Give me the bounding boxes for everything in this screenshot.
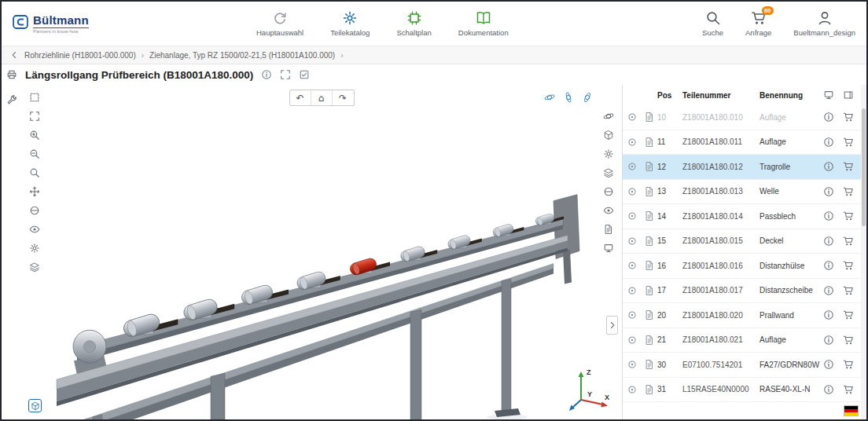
table-row[interactable]: 13 Z18001A180.013 Welle [623, 180, 866, 205]
locate-part-icon[interactable] [623, 285, 642, 296]
part-info-icon[interactable] [819, 137, 838, 148]
table-row[interactable]: 31 L15RASE40N0000 RASE40-XL-N [623, 378, 866, 403]
part-info-icon[interactable] [819, 112, 838, 123]
nav-hauptauswahl[interactable]: Hauptauswahl [256, 10, 303, 37]
tool-section-icon[interactable] [27, 203, 42, 218]
nav-schaltplan[interactable]: Schaltplan [396, 10, 431, 37]
expand-panel-chevron[interactable] [606, 316, 618, 335]
tool-layers-icon[interactable] [27, 259, 42, 275]
table-row[interactable]: 20 Z18001A180.020 Prallwand [623, 303, 866, 328]
view-cube-icon[interactable] [601, 127, 616, 143]
add-to-request-icon[interactable] [838, 335, 859, 346]
add-to-request-icon[interactable] [838, 359, 859, 370]
table-row[interactable]: 21 Z18001A180.021 Auflage [623, 328, 866, 353]
back-button[interactable] [9, 50, 19, 60]
view-orbit-icon[interactable] [601, 108, 616, 124]
part-document-icon[interactable] [642, 260, 657, 271]
table-row[interactable]: 11 Z18001A180.011 Auflage [623, 130, 866, 156]
locate-part-icon[interactable] [623, 309, 642, 320]
tool-visibility-icon[interactable] [27, 221, 42, 237]
rotate-up-icon[interactable] [561, 90, 576, 105]
assembly-info-button[interactable] [261, 69, 272, 80]
table-display-icon[interactable] [819, 90, 838, 101]
part-info-icon[interactable] [819, 309, 838, 320]
fit-view-button[interactable] [280, 69, 291, 80]
add-to-request-icon[interactable] [838, 285, 859, 296]
part-document-icon[interactable] [642, 112, 657, 123]
table-row[interactable]: 12 Z18001A180.012 Tragrolle [623, 155, 866, 180]
view-section-icon[interactable] [601, 184, 616, 200]
part-info-icon[interactable] [819, 186, 838, 197]
part-document-icon[interactable] [642, 236, 657, 247]
add-to-request-icon[interactable] [838, 112, 859, 123]
locate-part-icon[interactable] [623, 210, 642, 221]
add-to-request-icon[interactable] [838, 309, 859, 320]
viewer-3d[interactable]: ↶ ⌂ ↷ [22, 85, 623, 420]
locate-part-icon[interactable] [623, 359, 642, 370]
part-document-icon[interactable] [642, 285, 657, 296]
part-document-icon[interactable] [642, 384, 657, 395]
nav-dokumentation[interactable]: Dokumentation [458, 10, 509, 37]
part-info-icon[interactable] [819, 210, 838, 221]
locate-part-icon[interactable] [623, 260, 642, 271]
language-flag-germany[interactable] [844, 405, 859, 416]
view-visibility-icon[interactable] [601, 203, 616, 218]
part-info-icon[interactable] [819, 359, 838, 370]
part-info-icon[interactable] [819, 335, 838, 346]
table-row[interactable]: 17 Z18001A180.017 Distanzscheibe [623, 279, 866, 304]
part-info-icon[interactable] [819, 285, 838, 296]
locate-part-icon[interactable] [623, 384, 642, 395]
add-to-request-icon[interactable] [838, 236, 859, 247]
user-menu[interactable]: Bueltmann_design [793, 10, 855, 37]
tool-zoom-in-icon[interactable] [27, 127, 42, 143]
tool-settings-icon[interactable] [27, 240, 42, 256]
rotate-left-icon[interactable] [542, 90, 557, 105]
breadcrumb-item[interactable]: Ziehanlage, Typ RZ 1500/02-21,5 (H18001A… [149, 51, 335, 60]
print-button[interactable] [6, 69, 17, 80]
cad-model[interactable] [22, 85, 622, 420]
part-document-icon[interactable] [642, 309, 657, 320]
part-info-icon[interactable] [819, 260, 838, 271]
rotate-free-icon[interactable] [579, 90, 595, 105]
search-button[interactable]: Suche [702, 10, 723, 37]
locate-part-icon[interactable] [623, 236, 642, 247]
add-to-request-icon[interactable] [838, 137, 859, 148]
tool-zoom-search-icon[interactable] [27, 165, 42, 181]
add-to-request-icon[interactable] [838, 161, 859, 172]
table-row[interactable]: 10 Z18001A180.010 Auflage [623, 105, 866, 130]
brand-logo[interactable]: Bültmann Partners in know-how [13, 14, 131, 34]
locate-part-icon[interactable] [623, 335, 642, 346]
view-layers-icon[interactable] [601, 165, 616, 181]
tool-pan-icon[interactable] [27, 184, 42, 200]
home-view-button[interactable]: ⌂ [311, 90, 333, 105]
part-document-icon[interactable] [642, 161, 657, 172]
part-info-icon[interactable] [819, 384, 838, 395]
table-row[interactable]: 14 Z18001A180.014 Passblech [623, 204, 866, 229]
view-document-icon[interactable] [601, 221, 616, 237]
nav-teilekatalog[interactable]: Teilekatalog [330, 10, 370, 37]
part-document-icon[interactable] [642, 335, 657, 346]
locate-part-icon[interactable] [623, 112, 642, 123]
tools-button[interactable] [6, 94, 17, 105]
table-row[interactable]: 16 Z18001A180.016 Distanzhülse [623, 254, 866, 279]
part-document-icon[interactable] [642, 359, 657, 370]
panel-scrollbar-thumb[interactable] [862, 108, 866, 226]
add-to-request-icon[interactable] [838, 210, 859, 221]
part-document-icon[interactable] [642, 210, 657, 221]
collapse-panel-icon[interactable] [838, 90, 859, 101]
view-hint-button[interactable] [28, 399, 42, 412]
undo-view-button[interactable]: ↶ [290, 90, 311, 105]
table-row[interactable]: 30 E07100.7514201 FA27/GDRN80W [623, 353, 866, 378]
locate-part-icon[interactable] [623, 186, 642, 197]
tool-fit-frame-icon[interactable] [27, 108, 42, 124]
redo-view-button[interactable]: ↷ [333, 90, 354, 105]
view-display-icon[interactable] [601, 240, 616, 256]
add-to-request-icon[interactable] [838, 186, 859, 197]
add-to-request-icon[interactable] [838, 260, 859, 271]
locate-part-icon[interactable] [623, 137, 642, 148]
tool-select-icon[interactable] [27, 90, 42, 105]
part-document-icon[interactable] [642, 137, 657, 148]
add-to-request-icon[interactable] [838, 384, 859, 395]
table-row[interactable]: 15 Z18001A180.015 Deckel [623, 229, 866, 254]
tool-zoom-out-icon[interactable] [27, 146, 42, 162]
